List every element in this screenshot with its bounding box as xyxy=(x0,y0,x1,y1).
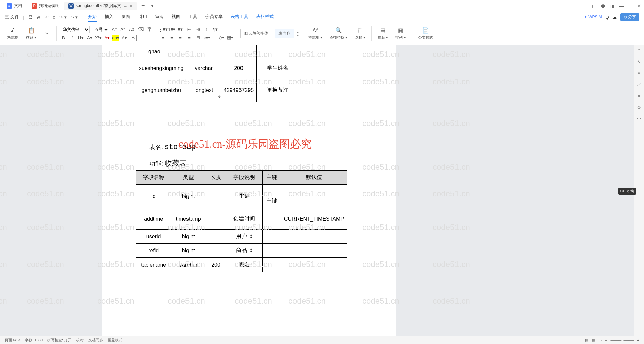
select-button[interactable]: ⬚选择 ▾ xyxy=(352,27,368,40)
cell[interactable]: 用户 id xyxy=(226,230,263,244)
font-color-icon[interactable]: A▾ xyxy=(104,35,110,41)
style-content[interactable]: 表内容 xyxy=(275,29,294,38)
cell[interactable] xyxy=(262,258,281,272)
settings-icon[interactable]: ⚙ xyxy=(637,105,641,110)
undo-icon[interactable]: ⎌ xyxy=(53,15,55,20)
table-row[interactable]: ghao xyxy=(136,45,347,58)
font-name-select[interactable]: 华文仿宋 xyxy=(60,26,90,33)
change-case-icon[interactable]: Aa xyxy=(128,26,135,33)
tab-ref[interactable]: 引用 xyxy=(138,12,147,22)
header-cell[interactable]: 字段名称 xyxy=(136,171,171,185)
indent-inc-icon[interactable]: ⇥ xyxy=(195,26,201,33)
cell[interactable]: id xyxy=(136,185,171,208)
share-button[interactable]: ⊘ 分享 xyxy=(620,13,639,21)
table-row[interactable]: genghuanbeizhu longtext 4294967295 更换备注 xyxy=(136,78,347,102)
outline-icon[interactable]: ≡▾ xyxy=(177,26,184,33)
table-row[interactable]: refid bigint 商品 id xyxy=(136,244,347,258)
cell[interactable] xyxy=(206,244,226,258)
indent-dec-icon[interactable]: ⇤ xyxy=(186,26,193,33)
window-btn-2[interactable]: ⬢ xyxy=(601,3,605,9)
sort-icon[interactable]: ↕ xyxy=(203,26,210,33)
bullets-icon[interactable]: ⋮≡▾ xyxy=(160,26,166,33)
cell[interactable] xyxy=(281,230,347,244)
header-cell[interactable]: 长度 xyxy=(206,171,226,185)
bold-icon[interactable]: B xyxy=(60,35,67,41)
table-row[interactable]: xueshengxingming varchar 200 学生姓名 xyxy=(136,58,347,78)
cell[interactable]: 200 xyxy=(206,258,226,272)
cell[interactable]: longtext xyxy=(186,78,221,102)
shading-icon[interactable]: A▾ xyxy=(121,35,128,41)
redo-menu[interactable]: ↷ ▾ xyxy=(71,15,78,20)
header-cell[interactable]: 字段说明 xyxy=(226,171,263,185)
distribute-icon[interactable]: ⊞ xyxy=(195,34,201,41)
style-scroll-down[interactable]: ▾ xyxy=(297,34,299,37)
style-default[interactable]: 默认段落字体 xyxy=(240,29,272,38)
cell[interactable] xyxy=(221,45,257,58)
cut-button[interactable]: ✂ xyxy=(41,30,53,37)
cell[interactable]: 学生姓名 xyxy=(257,58,299,78)
fill-icon[interactable]: ◇▾ xyxy=(218,34,225,41)
cell[interactable] xyxy=(299,58,318,78)
strike-icon[interactable]: A̶▾ xyxy=(86,35,93,41)
tab-page[interactable]: 页面 xyxy=(121,12,130,22)
add-tab-button[interactable]: + xyxy=(138,1,148,11)
cell[interactable] xyxy=(299,45,318,58)
view-mode-1-icon[interactable]: ▤ xyxy=(585,338,588,342)
cell[interactable]: 商品 id xyxy=(226,244,263,258)
cell[interactable] xyxy=(281,244,347,258)
header-cell[interactable]: 默认值 xyxy=(281,171,347,185)
document-area[interactable]: ✥ ghao xueshengxingming varchar 200 学生姓名… xyxy=(0,45,634,336)
cell[interactable] xyxy=(299,78,318,102)
print-icon[interactable]: 🖨 xyxy=(37,15,41,20)
cell[interactable]: 更换备注 xyxy=(257,78,299,102)
font-grow-icon[interactable]: A⁺ xyxy=(111,26,118,33)
arrange-button[interactable]: ▦排列 ▾ xyxy=(393,27,409,40)
file-menu[interactable]: 三 文件 xyxy=(5,14,19,20)
header-cell[interactable]: 类型 xyxy=(171,171,206,185)
gov-mode-button[interactable]: 📄公文模式 xyxy=(416,27,436,40)
select-tool-icon[interactable]: ↖ xyxy=(637,59,641,64)
char-border-icon[interactable]: A xyxy=(130,35,137,41)
line-spacing-icon[interactable]: ↕≡▾ xyxy=(203,34,210,41)
close-button[interactable]: ✕ xyxy=(637,3,641,9)
cell[interactable]: xueshengxingming xyxy=(136,58,186,78)
tab-menu-button[interactable]: ▾ xyxy=(148,2,157,10)
tab-view[interactable]: 视图 xyxy=(172,12,180,22)
cell[interactable] xyxy=(262,244,281,258)
find-replace-button[interactable]: 🔍查找替换 ▾ xyxy=(327,27,350,40)
tab-start[interactable]: 开始 xyxy=(88,12,97,22)
cell[interactable]: 创建时间 xyxy=(226,208,263,230)
more-icon[interactable]: ⋯ xyxy=(637,116,641,121)
preview-icon[interactable]: ↶ xyxy=(45,15,49,20)
paste-group[interactable]: 📋 粘贴 ▾ xyxy=(23,27,39,40)
word-count[interactable]: 字数: 1339 xyxy=(25,338,43,343)
font-size-select[interactable]: 五号 xyxy=(92,26,109,33)
cloud-icon[interactable]: ☁ xyxy=(612,15,617,20)
view-mode-3-icon[interactable]: ▭ xyxy=(598,338,602,342)
close-icon[interactable]: × xyxy=(130,3,132,9)
document-page[interactable]: ✥ ghao xueshengxingming varchar 200 学生姓名… xyxy=(102,45,396,336)
align-right-icon[interactable]: ≡ xyxy=(177,34,184,41)
italic-icon[interactable]: I xyxy=(69,35,75,41)
tab-review[interactable]: 审阅 xyxy=(155,12,164,22)
align-center-icon[interactable]: ≡ xyxy=(168,34,175,41)
view-mode-2-icon[interactable]: ▦ xyxy=(592,338,595,342)
cell[interactable] xyxy=(281,185,347,208)
align-left-icon[interactable]: ≡ xyxy=(160,34,166,41)
superscript-icon[interactable]: X²▾ xyxy=(95,35,102,41)
tab-insert[interactable]: 插入 xyxy=(105,12,113,22)
cell[interactable]: 4294967295 xyxy=(221,78,257,102)
table-func-line[interactable]: 功能: 收藏表 xyxy=(149,158,187,168)
tab-member[interactable]: 会员专享 xyxy=(205,12,223,22)
cell[interactable] xyxy=(262,208,281,230)
save-icon[interactable]: 🖫 xyxy=(28,15,33,20)
table-row[interactable]: tablename varchar 200 表名 xyxy=(136,258,347,272)
table-row[interactable]: id bigint 主键 主键 xyxy=(136,185,347,208)
zoom-out-icon[interactable]: − xyxy=(605,338,607,342)
cell[interactable] xyxy=(318,78,347,102)
cell[interactable] xyxy=(206,208,226,230)
cell[interactable]: CURRENT_TIMESTAMP xyxy=(281,208,347,230)
cell[interactable]: varchar xyxy=(186,58,221,78)
cell[interactable] xyxy=(281,258,347,272)
collapse-icon[interactable]: ⌃ xyxy=(637,48,641,53)
